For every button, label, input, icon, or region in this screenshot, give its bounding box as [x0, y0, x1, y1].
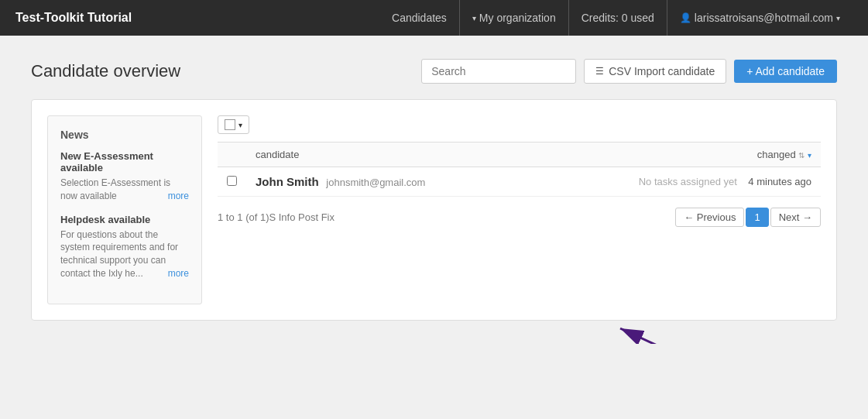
main-content: Candidate overview ☰ CSV Import candidat… [0, 36, 868, 344]
annotation-arrow [597, 313, 752, 344]
pagination-row: 1 to 1 (of 1)S Info Post Fix ← Previous … [218, 208, 821, 227]
pagination-controls: ← Previous 1 Next → [675, 208, 821, 227]
csv-import-button[interactable]: ☰ CSV Import candidate [584, 59, 726, 84]
svg-line-1 [620, 328, 721, 344]
news-item-1-body: Selection E-Assessment is now available … [60, 177, 189, 203]
user-caret-icon: ▾ [836, 14, 840, 22]
add-candidate-button[interactable]: + Add candidate [734, 60, 837, 83]
nav-credits: Credits: 0 used [569, 0, 667, 36]
page-title: Candidate overview [31, 61, 180, 81]
org-caret-icon: ▾ [472, 14, 476, 22]
news-item-2-body: For questions about the system requireme… [60, 228, 189, 280]
bulk-checkbox-icon [225, 119, 235, 130]
filter-icon: ▾ [808, 151, 811, 160]
no-tasks-label: No tasks assigned yet [639, 176, 737, 187]
th-changed-label: changed [757, 149, 796, 160]
candidates-table: candidate changed ⇅ ▾ [218, 142, 821, 197]
sort-icon: ⇅ [798, 151, 805, 160]
th-changed[interactable]: changed ⇅ ▾ [548, 143, 822, 167]
candidate-cell: John Smith johnsmith@gmail.com [246, 167, 548, 197]
row-checkbox-cell [218, 167, 246, 197]
app-brand: Test-Toolkit Tutorial [15, 11, 132, 25]
previous-button[interactable]: ← Previous [675, 208, 744, 227]
bulk-select-dropdown[interactable]: ▾ [218, 115, 249, 134]
news-title: News [60, 129, 189, 141]
search-input[interactable] [421, 59, 576, 84]
table-row: John Smith johnsmith@gmail.com No tasks … [218, 167, 821, 197]
card-container: News New E-Assessment available Selectio… [31, 99, 837, 321]
nav-user[interactable]: 👤 larissatroisans@hotmail.com ▾ [667, 0, 853, 36]
list-icon: ☰ [595, 66, 604, 77]
news-item-1-title: New E-Assessment available [60, 150, 189, 173]
row-checkbox[interactable] [227, 176, 237, 186]
dropdown-caret-icon: ▾ [238, 121, 242, 129]
main-panel: ▾ candidate changed ⇅ ▾ [218, 115, 821, 304]
news-item-1-more[interactable]: more [168, 190, 189, 203]
candidate-email: johnsmith@gmail.com [326, 177, 425, 188]
news-item-2-more[interactable]: more [168, 267, 189, 280]
pagination-info: 1 to 1 (of 1)S Info Post Fix [218, 211, 335, 223]
nav-organization[interactable]: ▾ My organization [460, 0, 568, 36]
navbar: Test-Toolkit Tutorial Candidates ▾ My or… [0, 0, 868, 36]
news-item-1: New E-Assessment available Selection E-A… [60, 150, 189, 203]
candidate-name[interactable]: John Smith [256, 175, 319, 188]
th-candidate: candidate [246, 143, 548, 167]
user-icon: 👤 [680, 12, 691, 23]
news-item-2: Helpdesk available For questions about t… [60, 214, 189, 280]
changed-cell: No tasks assigned yet 4 minutes ago [548, 167, 822, 197]
toolbar-row: ▾ [218, 115, 821, 134]
page-header: Candidate overview ☰ CSV Import candidat… [31, 59, 837, 84]
nav-candidates[interactable]: Candidates [379, 0, 459, 36]
header-actions: ☰ CSV Import candidate + Add candidate [421, 59, 837, 84]
changed-time: 4 minutes ago [748, 176, 811, 187]
navbar-right: Candidates ▾ My organization Credits: 0 … [379, 0, 853, 36]
news-sidebar: News New E-Assessment available Selectio… [47, 115, 202, 304]
next-button[interactable]: Next → [770, 208, 821, 227]
table-header-row: candidate changed ⇅ ▾ [218, 143, 821, 167]
news-item-2-title: Helpdesk available [60, 214, 189, 225]
page-1-button[interactable]: 1 [746, 208, 768, 227]
th-checkbox [218, 143, 246, 167]
